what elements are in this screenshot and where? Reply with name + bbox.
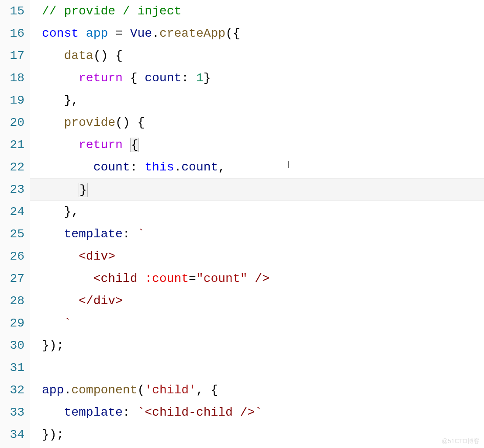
code-line[interactable]: const app = Vue.createApp({ — [42, 22, 484, 45]
function-token: provide — [64, 116, 115, 129]
code-line[interactable]: <div> — [42, 245, 484, 267]
code-editor[interactable]: // provide / inject const app = Vue.crea… — [42, 0, 484, 448]
bracket-match: } — [79, 183, 88, 197]
function-token: data — [64, 49, 93, 63]
line-number: 26 — [0, 245, 24, 267]
line-number: 24 — [0, 201, 24, 223]
property-token: count — [93, 160, 130, 174]
line-number: 15 — [0, 0, 24, 22]
property-token: template — [64, 227, 122, 241]
code-line[interactable]: // provide / inject — [42, 0, 484, 22]
watermark-text: @51CTO博客 — [442, 438, 480, 445]
object-token: app — [42, 383, 64, 397]
tag-token: div — [93, 294, 115, 308]
line-number-gutter: 15 16 17 18 19 20 21 22 23 24 25 26 27 2… — [0, 0, 30, 448]
code-line[interactable]: }, — [42, 89, 484, 111]
line-number: 33 — [0, 401, 24, 424]
keyword-token: const — [42, 27, 79, 40]
code-line[interactable]: provide() { — [42, 111, 484, 134]
line-number: 16 — [0, 22, 24, 45]
string-token: "count" — [196, 272, 248, 285]
code-line[interactable]: template: `<child-child />` — [42, 401, 484, 424]
code-line[interactable]: <child :count="count" /> — [42, 267, 484, 290]
property-token: template — [64, 406, 122, 419]
line-number: 19 — [0, 89, 24, 111]
code-line[interactable]: app.component('child', { — [42, 379, 484, 401]
code-line[interactable]: count: this.count,I — [42, 156, 484, 178]
line-number: 25 — [0, 223, 24, 245]
line-number: 30 — [0, 334, 24, 357]
line-number: 31 — [0, 357, 24, 379]
string-token: 'child' — [145, 383, 196, 397]
comment-token: // provide / inject — [42, 4, 181, 18]
line-number: 34 — [0, 424, 24, 446]
line-number: 29 — [0, 312, 24, 334]
line-number: 32 — [0, 379, 24, 401]
tag-token: div — [86, 250, 108, 263]
code-line[interactable]: }); — [42, 334, 484, 357]
line-number: 27 — [0, 267, 24, 290]
code-line[interactable] — [42, 357, 484, 379]
code-line[interactable]: }, — [42, 201, 484, 223]
bracket-match: { — [130, 138, 139, 152]
property-token: count — [145, 71, 181, 85]
code-line[interactable]: data() { — [42, 45, 484, 67]
keyword-token: this — [145, 160, 174, 174]
code-line[interactable]: }); — [42, 424, 484, 446]
line-number: 28 — [0, 290, 24, 312]
code-line[interactable]: return { — [42, 134, 484, 156]
object-token: Vue — [130, 27, 152, 40]
line-number: 22 — [0, 156, 24, 178]
code-line[interactable]: ` — [42, 312, 484, 334]
number-token: 1 — [196, 71, 204, 85]
code-line[interactable]: </div> — [42, 290, 484, 312]
text-cursor-icon: I — [287, 153, 290, 176]
line-number: 18 — [0, 67, 24, 89]
variable-token: app — [86, 27, 108, 40]
property-token: count — [181, 160, 218, 174]
keyword-token: return — [79, 71, 123, 85]
code-line[interactable]: return { count: 1} — [42, 67, 484, 89]
function-token: component — [71, 383, 137, 397]
function-token: createApp — [159, 27, 225, 40]
line-number: 20 — [0, 111, 24, 134]
code-line-active[interactable]: } — [30, 178, 484, 201]
tag-token: child-child — [152, 406, 233, 419]
line-number: 17 — [0, 45, 24, 67]
line-number: 23 — [0, 178, 24, 201]
gutter-divider — [30, 0, 42, 448]
line-number: 21 — [0, 134, 24, 156]
keyword-token: return — [79, 138, 123, 152]
attribute-token: :count — [145, 272, 189, 285]
code-line[interactable]: template: ` — [42, 223, 484, 245]
tag-token: child — [100, 272, 137, 285]
